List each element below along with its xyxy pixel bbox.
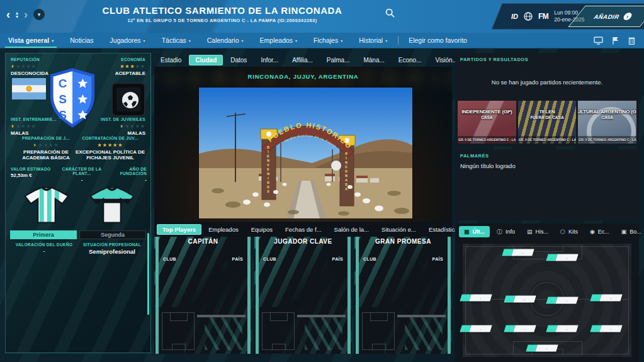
- tab-palma[interactable]: Palma...: [320, 55, 356, 65]
- fixture-venue: CASA: [481, 115, 492, 120]
- club-detail-panel: EstadioCiudadDatosInfor...Affilia...Palm…: [154, 53, 452, 362]
- country-label: PAÍS: [332, 257, 343, 261]
- fixture-card-cultural-argentino-gp[interactable]: CULTURAL ARGENTINO (GP)CASAGR. 5 DE TORN…: [578, 101, 636, 144]
- player-chip[interactable]: --: [504, 325, 536, 332]
- nav-item-empleados[interactable]: Empleados▾: [252, 33, 306, 48]
- player-card-labels: CLUBPAÍS: [263, 257, 343, 261]
- nav-item-fichajes[interactable]: Fichajes▾: [305, 33, 351, 48]
- tab-info[interactable]: ⓘInfo: [492, 225, 520, 239]
- nav-item-jugadores[interactable]: Jugadores▾: [102, 33, 154, 48]
- tab-datos[interactable]: Datos: [224, 55, 253, 65]
- star-icon: ★★: [135, 124, 140, 129]
- main-nav: Vista general▾NoticiasJugadores▾Tácticas…: [0, 33, 644, 48]
- lineup-tab-label: Kits: [568, 229, 578, 235]
- squad-character-value: -: [57, 177, 106, 183]
- monitor-icon[interactable]: [594, 37, 603, 45]
- matches-title: PARTIDOS Y RESULTADOS: [455, 53, 639, 62]
- tab-bo[interactable]: ▣Bo...: [616, 226, 644, 237]
- player-chip[interactable]: --: [546, 297, 578, 304]
- nav-item-label: Empleados: [260, 37, 293, 44]
- player-card-capit-n[interactable]: CAPITÁNCLUBPAÍS: [154, 237, 252, 354]
- youth-facilities-value: MALAS: [76, 130, 145, 136]
- club-header: CLUB ATLETICO SARMIENTO DE LA RINCONADA …: [99, 5, 345, 23]
- player-chip[interactable]: --: [526, 344, 558, 351]
- fixture-card-telen[interactable]: TELENFUERA DE CASAGR. 5 DE TORNEO ARGENT…: [518, 101, 577, 144]
- economy-icon: ◉: [590, 229, 595, 235]
- player-chip[interactable]: --: [546, 254, 578, 261]
- tab-m-na[interactable]: Mána...: [357, 55, 390, 65]
- tab-his[interactable]: ▤His...: [522, 226, 553, 237]
- player-chip[interactable]: --: [590, 325, 622, 332]
- country-label: PAÍS: [232, 257, 243, 261]
- back-icon[interactable]: ‹: [6, 8, 10, 21]
- kit-primary-button[interactable]: Primera: [10, 230, 77, 239]
- tab-fechas-de-f[interactable]: Fechas de f...: [280, 224, 327, 235]
- card-field-decor: [205, 317, 242, 350]
- player-chip[interactable]: --: [590, 295, 622, 302]
- nav-item-noticias[interactable]: Noticias: [62, 33, 101, 48]
- svg-text:C: C: [59, 77, 67, 90]
- screen-selector-icon[interactable]: ▴ ▾: [16, 10, 18, 19]
- tab-situaci-n-e[interactable]: Situación e...: [376, 224, 422, 235]
- training-facilities-label: INST. ENTRENAMIE...: [11, 117, 74, 122]
- tab-empleados[interactable]: Empleados: [203, 224, 244, 235]
- tab-equipos[interactable]: Equipos: [246, 224, 278, 235]
- lineup-tab-label: Ec...: [598, 229, 609, 235]
- favorite-link[interactable]: Elegir como favorito: [401, 37, 475, 44]
- tab-affilia[interactable]: Affilia...: [286, 55, 319, 65]
- fixture-card-independiente-gp[interactable]: INDEPENDIENTE (GP)CASAGR. 5 DE TORNEO AR…: [458, 101, 516, 144]
- star-icon: ★★: [11, 64, 15, 69]
- fixture-competition: GR. 5 DE TORNEO ARGENTINO C - LA PAMPA: [578, 136, 636, 144]
- flag-icon[interactable]: [612, 37, 619, 45]
- left-panel-scrollbar[interactable]: [147, 233, 149, 315]
- fm-logo: FM: [538, 12, 548, 21]
- search-icon[interactable]: [385, 8, 395, 18]
- formation-players: ----------------------: [463, 244, 631, 357]
- nav-utility-icons: [594, 37, 644, 45]
- star-fill: ★: [11, 124, 13, 129]
- star-icon: ★★: [125, 124, 129, 129]
- club-label: CLUB: [363, 257, 376, 261]
- tab-sal-n-de-la[interactable]: Salón de la...: [329, 224, 375, 235]
- nav-item-label: Jugadores: [110, 37, 141, 44]
- page-title: CLUB ATLETICO SARMIENTO DE LA RINCONADA: [99, 5, 345, 16]
- svg-text:S: S: [59, 93, 66, 106]
- player-card-gran-promesa[interactable]: GRAN PROMESACLUBPAÍS: [354, 237, 452, 354]
- youth-prep-stars: ★★★★★★★★★★: [14, 141, 77, 148]
- star-fill: ★: [98, 143, 102, 148]
- info-icon: ⓘ: [497, 228, 502, 236]
- nav-item-label: Vista general: [8, 37, 49, 44]
- palmares-title: PALMARÉS: [455, 149, 639, 159]
- nav-item-t-cticas[interactable]: Tácticas▾: [154, 33, 199, 48]
- trash-icon[interactable]: [628, 37, 635, 45]
- star-icon: ★★: [16, 124, 20, 129]
- tab-top-players[interactable]: Top Players: [157, 224, 201, 235]
- forward-icon[interactable]: ›: [24, 8, 28, 21]
- youth-recruitment-stars: ★★★★★★★★★★: [75, 141, 145, 148]
- star-icon: ★★: [103, 143, 107, 148]
- player-card-title: JUGADOR CLAVE: [254, 238, 352, 245]
- player-chip[interactable]: --: [504, 296, 536, 303]
- tab-ec[interactable]: ◉Ec...: [585, 226, 614, 237]
- tab-estadio[interactable]: Estadio: [154, 55, 188, 65]
- kit-secondary-button[interactable]: Segunda: [79, 230, 146, 239]
- tab-lt[interactable]: ▦Últ...: [459, 226, 490, 237]
- tab-kits[interactable]: ⬡Kits: [555, 226, 583, 237]
- star-icon: ★★: [11, 124, 15, 129]
- player-chip[interactable]: --: [546, 325, 578, 332]
- tab-infor[interactable]: Infor...: [254, 55, 285, 65]
- nav-item-label: Noticias: [70, 37, 93, 44]
- player-chip[interactable]: --: [460, 295, 492, 302]
- star-icon: ★★: [140, 64, 145, 69]
- tab-ciudad[interactable]: Ciudad: [189, 55, 223, 65]
- player-chip[interactable]: --: [460, 325, 492, 332]
- nav-item-historial[interactable]: Historial▾: [351, 33, 395, 48]
- nav-item-calendario[interactable]: Calendario▾: [199, 33, 252, 48]
- nav-item-label: Fichajes: [314, 37, 338, 44]
- bookmark-dropdown-icon[interactable]: ▾: [33, 9, 45, 20]
- nav-item-vista-general[interactable]: Vista general▾: [0, 33, 62, 48]
- player-chip[interactable]: --: [502, 249, 534, 256]
- fixture-opponent: INDEPENDIENTE (GP): [461, 109, 512, 115]
- player-card-jugador-clave[interactable]: JUGADOR CLAVECLUBPAÍS: [254, 237, 352, 354]
- tab-econo[interactable]: Econo...: [392, 55, 428, 65]
